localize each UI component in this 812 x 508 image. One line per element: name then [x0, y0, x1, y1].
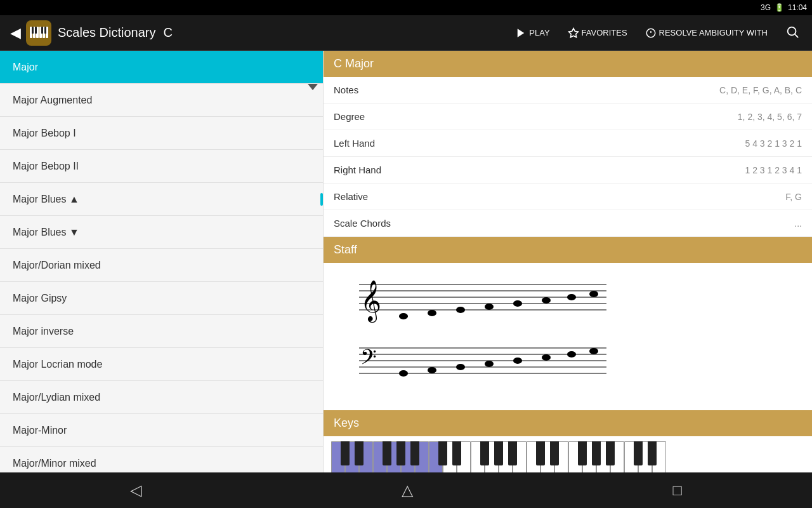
svg-point-38 [428, 367, 436, 373]
row-value-2: 5 4 3 2 1 3 2 1 [745, 138, 802, 149]
home-nav-button[interactable]: △ [381, 476, 433, 504]
treble-staff: 𝄞 [334, 273, 802, 326]
svg-point-25 [456, 307, 465, 313]
black-key-2[interactable] [383, 441, 391, 465]
black-key-11[interactable] [550, 441, 559, 465]
play-label: PLAY [529, 28, 549, 37]
black-key-6[interactable] [452, 441, 461, 465]
sidebar-item-9[interactable]: Major Locrian mode [0, 348, 323, 381]
scroll-bar-indicator [320, 193, 323, 206]
black-key-16[interactable] [648, 441, 657, 465]
svg-point-24 [428, 310, 436, 316]
favorites-button[interactable]: FAVORITES [560, 23, 635, 43]
sidebar-item-7[interactable]: Major Gipsy [0, 282, 323, 315]
top-bar-actions: PLAY FAVORITES RESOLVE AMBIGUITY WITH [508, 21, 807, 45]
black-key-15[interactable] [634, 441, 643, 465]
back-nav-button[interactable]: ◁ [110, 476, 162, 504]
svg-point-29 [567, 294, 576, 300]
sidebar-item-0[interactable]: Major [0, 51, 323, 84]
black-key-7[interactable] [480, 441, 489, 465]
svg-point-26 [485, 304, 494, 310]
sidebar-item-2[interactable]: Major Bebop I [0, 117, 323, 150]
svg-point-27 [513, 300, 522, 307]
row-label-0: Notes [334, 84, 358, 95]
svg-point-44 [589, 348, 598, 354]
app-title: Scales Dictionary [58, 25, 156, 40]
black-key-3[interactable] [396, 441, 405, 465]
app-icon [26, 20, 51, 46]
detail-row-4: RelativeF, G [324, 184, 812, 210]
status-bar: 3G 🔋 11:04 [0, 0, 812, 15]
resolve-icon [645, 27, 657, 39]
play-icon [515, 27, 527, 39]
keys-section-header: Keys [324, 410, 812, 436]
row-value-3: 1 2 3 1 2 3 4 1 [745, 165, 802, 175]
svg-point-40 [485, 361, 494, 367]
svg-point-41 [513, 358, 522, 364]
row-label-1: Degree [334, 111, 365, 122]
star-icon [568, 27, 579, 39]
row-label-4: Relative [334, 191, 368, 202]
back-button[interactable]: ◀ [5, 20, 26, 46]
signal-indicator: 3G [761, 3, 771, 12]
black-key-10[interactable] [536, 441, 545, 465]
top-bar: ◀ Scales Dictionary C PLAY FAVORITES [0, 15, 812, 51]
svg-rect-7 [32, 27, 34, 34]
black-key-8[interactable] [494, 441, 503, 465]
svg-marker-12 [568, 28, 578, 37]
resolve-button[interactable]: RESOLVE AMBIGUITY WITH [638, 23, 775, 43]
sidebar-item-6[interactable]: Major/Dorian mixed [0, 249, 323, 282]
black-key-5[interactable] [438, 441, 447, 465]
sidebar-item-11[interactable]: Major-Minor [0, 414, 323, 447]
svg-line-15 [795, 34, 798, 37]
black-key-9[interactable] [508, 441, 517, 465]
svg-text:𝄢: 𝄢 [360, 345, 377, 374]
sidebar-item-1[interactable]: Major Augmented [0, 84, 323, 117]
sidebar-item-4[interactable]: Major Blues ▲ [0, 183, 323, 216]
staff-label: Staff [334, 243, 357, 256]
play-button[interactable]: PLAY [508, 23, 557, 43]
row-label-3: Right Hand [334, 164, 381, 175]
svg-marker-11 [518, 29, 525, 37]
sidebar-item-5[interactable]: Major Blues ▼ [0, 216, 323, 249]
scale-list[interactable]: MajorMajor AugmentedMajor Bebop IMajor B… [0, 51, 324, 508]
black-key-4[interactable] [410, 441, 419, 465]
svg-text:𝄞: 𝄞 [360, 280, 381, 323]
row-value-4: F, G [785, 192, 802, 202]
sidebar-item-10[interactable]: Major/Lydian mixed [0, 381, 323, 414]
detail-row-3: Right Hand1 2 3 1 2 3 4 1 [324, 157, 812, 184]
svg-rect-9 [41, 27, 43, 34]
staff-area: 𝄞 [324, 263, 812, 410]
svg-point-30 [589, 291, 598, 297]
row-label-5: Scale Chords [334, 218, 391, 229]
battery-icon: 🔋 [775, 3, 784, 12]
black-key-12[interactable] [578, 441, 587, 465]
time-display: 11:04 [788, 3, 807, 12]
black-key-13[interactable] [592, 441, 601, 465]
detail-row-0: NotesC, D, E, F, G, A, B, C [324, 77, 812, 104]
key-label: C [164, 25, 173, 40]
detail-panel: C Major NotesC, D, E, F, G, A, B, CDegre… [324, 51, 812, 508]
black-key-1[interactable] [355, 441, 363, 465]
staff-section-header: Staff [324, 237, 812, 263]
svg-point-39 [456, 364, 465, 370]
main-content: MajorMajor AugmentedMajor Bebop IMajor B… [0, 51, 812, 508]
search-icon [785, 25, 799, 39]
svg-point-42 [542, 354, 551, 361]
svg-point-14 [788, 27, 796, 35]
sidebar-item-8[interactable]: Major inverse [0, 315, 323, 348]
svg-rect-10 [44, 27, 46, 34]
svg-rect-8 [35, 27, 37, 34]
scale-title-header: C Major [324, 51, 812, 77]
svg-point-28 [542, 297, 551, 304]
bass-staff: 𝄢 [334, 337, 802, 390]
recent-nav-button[interactable]: □ [653, 476, 703, 504]
resolve-label: RESOLVE AMBIGUITY WITH [659, 28, 768, 37]
search-button[interactable] [778, 21, 807, 45]
row-value-5: ... [794, 218, 802, 229]
sidebar-item-3[interactable]: Major Bebop II [0, 150, 323, 183]
nav-bar: ◁ △ □ [0, 472, 812, 508]
detail-row-5: Scale Chords... [324, 210, 812, 237]
black-key-0[interactable] [341, 441, 350, 465]
black-key-14[interactable] [606, 441, 615, 465]
